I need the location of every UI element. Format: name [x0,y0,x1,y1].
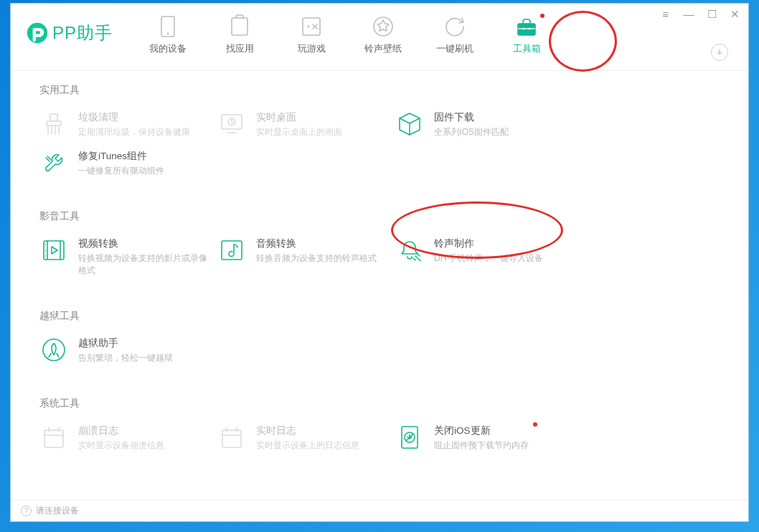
notification-dot [540,14,544,18]
svg-point-2 [167,33,169,35]
nav-flash[interactable]: 一键刷机 [434,12,476,55]
section-title: 越狱工具 [39,310,730,323]
bell-icon [395,236,424,265]
brush-icon [39,110,68,138]
svg-point-12 [529,28,531,30]
nav-games[interactable]: 玩游戏 [291,12,332,55]
section: 影音工具 视频转换 转换视频为设备支持的影片或录像格式 音频转换 转换音频为设备… [39,210,730,287]
help-icon[interactable]: ? [21,505,32,516]
tool-subtitle: 实时显示设备上的日志信息 [256,440,359,452]
logo-text: PP助手 [52,22,113,44]
nav-ringtone-wall[interactable]: 铃声壁纸 [362,12,404,55]
svg-rect-9 [518,24,535,35]
items-row: 垃圾清理 定期清理垃圾，保持设备健康 实时桌面 实时显示桌面上的画面 固件下载 … [39,110,730,187]
tool-texts: 崩溃日志 实时显示设备崩溃信息 [78,423,164,452]
svg-point-30 [45,255,47,257]
tool-texts: 固件下载 全系列iOS固件匹配 [434,110,509,138]
audio-icon [217,236,246,265]
nav-label: 我的设备 [149,42,187,55]
svg-rect-25 [44,241,64,260]
download-indicator-icon[interactable] [711,44,728,61]
nav-label: 工具箱 [513,42,541,55]
nav-label: 找应用 [226,42,254,55]
maximize-button[interactable]: ☐ [705,8,718,21]
svg-rect-3 [232,18,248,35]
tool-subtitle: 阻止固件预下载节约内存 [434,440,529,452]
tool-texts: 铃声制作 DIY手机铃声，一键导入设备 [434,236,543,265]
nav-tabs: 我的设备找应用玩游戏铃声壁纸一键刷机工具箱 [147,4,547,55]
tool-item[interactable]: 崩溃日志 实时显示设备崩溃信息 [39,423,217,452]
tool-title: 实时桌面 [256,110,342,125]
tool-subtitle: 实时显示桌面上的画面 [256,126,342,138]
tool-subtitle: 一键修复所有驱动组件 [78,165,164,177]
no-update-icon [395,423,424,452]
minimize-button[interactable]: — [682,8,695,21]
tool-item[interactable]: 修复iTunes组件 一键修复所有驱动组件 [39,148,217,177]
tool-item[interactable]: 关闭iOS更新 阻止固件预下载节约内存 [395,423,573,452]
svg-rect-14 [47,121,61,125]
app-window: PP助手 我的设备找应用玩游戏铃声壁纸一键刷机工具箱 ≡ — ☐ ✕ 实用工具 … [10,3,749,522]
status-text: 请连接设备 [36,505,79,517]
tool-texts: 实时日志 实时显示设备上的日志信息 [256,423,359,452]
nav-label: 玩游戏 [298,42,326,55]
svg-rect-33 [44,430,63,447]
menu-button[interactable]: ≡ [659,8,672,21]
tool-title: 音频转换 [256,237,377,251]
tool-title: 垃圾清理 [78,110,190,125]
tool-item[interactable]: 越狱助手 告别繁琐，轻松一键越狱 [39,336,217,364]
svg-rect-4 [303,18,320,35]
svg-point-11 [523,28,525,30]
tool-item[interactable]: 音频转换 转换音频为设备支持的铃声格式 [217,236,395,277]
tool-item[interactable]: 视频转换 转换视频为设备支持的影片或录像格式 [39,236,217,277]
tool-texts: 关闭iOS更新 阻止固件预下载节约内存 [434,423,529,452]
section: 系统工具 崩溃日志 实时显示设备崩溃信息 实时日志 实时显示设备上的日志信息 关… [39,397,730,462]
nav-apps[interactable]: 找应用 [219,12,260,55]
nav-toolbox[interactable]: 工具箱 [506,12,547,55]
svg-line-22 [232,122,235,123]
logo-icon [25,21,50,45]
tool-subtitle: 定期清理垃圾，保持设备健康 [78,126,190,138]
cube-icon [395,110,424,138]
logo: PP助手 [11,4,140,45]
svg-point-32 [43,339,65,361]
section-title: 实用工具 [39,84,730,97]
svg-point-0 [27,23,47,43]
section-title: 影音工具 [39,210,730,223]
tool-texts: 实时桌面 实时显示桌面上的画面 [256,110,342,138]
tool-title: 关闭iOS更新 [434,424,529,438]
titlebar: PP助手 我的设备找应用玩游戏铃声壁纸一键刷机工具箱 ≡ — ☐ ✕ [11,4,748,71]
tool-item[interactable]: 固件下载 全系列iOS固件匹配 [395,110,573,138]
section-title: 系统工具 [39,397,730,410]
calendar-icon [39,423,68,452]
tool-subtitle: 全系列iOS固件匹配 [434,126,509,138]
monitor-icon [217,110,246,138]
items-row: 视频转换 转换视频为设备支持的影片或录像格式 音频转换 转换音频为设备支持的铃声… [39,236,730,287]
tool-subtitle: DIY手机铃声，一键导入设备 [434,252,543,265]
tool-subtitle: 转换音频为设备支持的铃声格式 [256,252,377,265]
tool-title: 铃声制作 [434,237,543,251]
tool-item[interactable]: 铃声制作 DIY手机铃声，一键导入设备 [395,236,573,277]
tool-item[interactable]: 实时桌面 实时显示桌面上的画面 [217,110,395,138]
items-row: 崩溃日志 实时显示设备崩溃信息 实时日志 实时显示设备上的日志信息 关闭iOS更… [39,423,730,462]
tool-subtitle: 实时显示设备崩溃信息 [78,440,164,452]
nav-label: 一键刷机 [436,42,473,55]
tool-subtitle: 告别繁琐，轻松一键越狱 [78,352,173,364]
device-icon [155,12,181,41]
tool-item[interactable]: 垃圾清理 定期清理垃圾，保持设备健康 [39,110,217,138]
tool-title: 视频转换 [78,237,207,251]
rocket-icon [39,336,68,364]
svg-point-29 [45,250,47,251]
close-button[interactable]: ✕ [728,8,741,21]
tool-title: 崩溃日志 [78,424,164,438]
tool-texts: 修复iTunes组件 一键修复所有驱动组件 [78,148,164,177]
status-bar: ? 请连接设备 [11,500,748,521]
flash-icon [442,12,468,41]
tool-item[interactable]: 实时日志 实时显示设备上的日志信息 [217,423,395,452]
tool-title: 修复iTunes组件 [78,149,164,163]
svg-point-5 [308,26,310,28]
nav-device[interactable]: 我的设备 [147,12,189,55]
tool-title: 实时日志 [256,424,359,438]
tool-texts: 视频转换 转换视频为设备支持的影片或录像格式 [78,236,207,277]
tool-title: 越狱助手 [78,336,173,351]
ringtone-wall-icon [370,12,396,41]
